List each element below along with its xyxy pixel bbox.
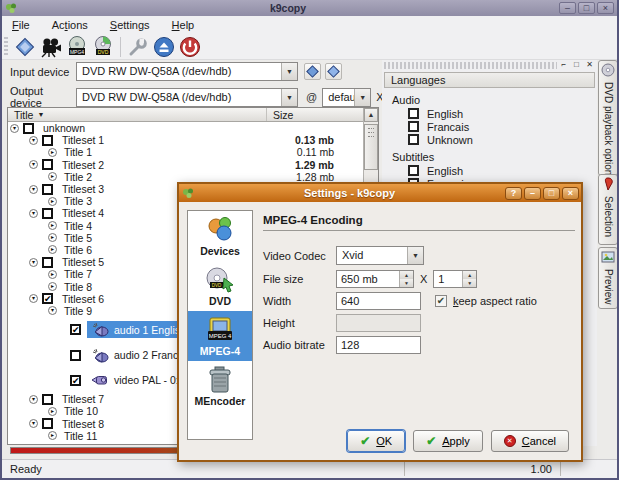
- expand-icon[interactable]: ▸: [48, 245, 57, 254]
- row-checkbox[interactable]: [42, 208, 53, 219]
- menu-help[interactable]: Help: [168, 17, 205, 33]
- spin-up-icon[interactable]: ▲: [400, 271, 413, 279]
- row-checkbox[interactable]: ✔: [70, 324, 81, 335]
- toolbar-handle[interactable]: [4, 37, 8, 57]
- keep-aspect-checkbox[interactable]: ✔: [435, 295, 447, 307]
- chevron-down-icon[interactable]: ▼: [281, 63, 297, 80]
- expand-icon[interactable]: ▸: [48, 270, 57, 279]
- collapse-icon[interactable]: ▾: [29, 258, 38, 267]
- settings-category-devices[interactable]: Devices: [188, 211, 252, 261]
- spin-up-icon[interactable]: ▲: [463, 271, 476, 279]
- collapse-icon[interactable]: ▾: [29, 209, 38, 218]
- language-checkbox[interactable]: [408, 108, 419, 119]
- tab-selection[interactable]: Selection: [598, 174, 618, 245]
- close-icon[interactable]: ×: [597, 2, 614, 14]
- tab-preview[interactable]: Preview: [598, 247, 618, 309]
- language-item[interactable]: English: [408, 165, 595, 176]
- column-size[interactable]: Size: [266, 108, 293, 121]
- copy-icon[interactable]: [12, 35, 38, 59]
- scroll-up-icon[interactable]: ▲: [364, 108, 378, 122]
- input-device-combo[interactable]: DVD RW DW-Q58A (/dev/hdb) ▼: [76, 62, 298, 81]
- eject-icon[interactable]: [151, 35, 177, 59]
- output-device-combo[interactable]: DVD RW DW-Q58A (/dev/hdb) ▼: [76, 88, 298, 107]
- scrollbar-thumb[interactable]: [364, 124, 378, 170]
- video-codec-combo[interactable]: Xvid ▼: [336, 246, 424, 265]
- row-checkbox[interactable]: [23, 123, 34, 134]
- language-checkbox[interactable]: [408, 165, 419, 176]
- help-icon[interactable]: ?: [505, 187, 522, 200]
- language-checkbox[interactable]: [408, 134, 419, 145]
- row-checkbox[interactable]: ✔: [70, 375, 81, 386]
- tab-dvd-playback-options[interactable]: DVD playback options: [598, 60, 618, 176]
- ok-button[interactable]: ✔OK: [347, 430, 405, 452]
- cancel-button[interactable]: ✕Cancel: [491, 430, 569, 452]
- collapse-icon[interactable]: ▾: [29, 160, 38, 169]
- expand-icon[interactable]: ▸: [48, 233, 57, 242]
- minimize-icon[interactable]: –: [524, 187, 541, 200]
- quit-icon[interactable]: [177, 35, 203, 59]
- collapse-icon[interactable]: ▾: [10, 124, 19, 133]
- maximize-icon[interactable]: □: [578, 2, 595, 14]
- expand-icon[interactable]: ▸: [48, 221, 57, 230]
- menu-actions[interactable]: Actions: [48, 17, 98, 33]
- row-checkbox[interactable]: [42, 394, 53, 405]
- language-checkbox[interactable]: [408, 121, 419, 132]
- row-checkbox[interactable]: [42, 257, 53, 268]
- dvd-icon[interactable]: DVD: [90, 35, 116, 59]
- expand-icon[interactable]: ▸: [48, 197, 57, 206]
- column-title[interactable]: Title: [14, 109, 33, 121]
- language-item[interactable]: Unknown: [408, 134, 595, 145]
- close-icon[interactable]: ×: [562, 187, 579, 200]
- expand-icon[interactable]: ▸: [48, 431, 57, 440]
- language-item[interactable]: Francais: [408, 121, 595, 132]
- row-checkbox[interactable]: [42, 159, 53, 170]
- multiplier-spinbox[interactable]: 1 ▲▼: [433, 270, 477, 288]
- wrench-icon[interactable]: [125, 35, 151, 59]
- expand-icon[interactable]: ▸: [48, 407, 57, 416]
- height-field[interactable]: [336, 314, 421, 332]
- file-size-spinbox[interactable]: 650 mb ▲▼: [336, 270, 414, 288]
- dock-float-icon[interactable]: □: [571, 60, 582, 70]
- collapse-icon[interactable]: ▾: [29, 294, 38, 303]
- language-item[interactable]: English: [408, 108, 595, 119]
- row-checkbox[interactable]: [42, 135, 53, 146]
- dock-grip-handle[interactable]: [384, 62, 557, 69]
- minimize-icon[interactable]: –: [559, 2, 576, 14]
- width-field[interactable]: 640: [336, 292, 421, 310]
- collapse-icon[interactable]: ▾: [29, 395, 38, 404]
- chevron-down-icon[interactable]: ▼: [281, 89, 297, 106]
- expand-icon[interactable]: ▸: [48, 282, 57, 291]
- dvd-open-icon[interactable]: [325, 63, 342, 80]
- dialog-titlebar[interactable]: Settings - k9copy ? – □ ×: [179, 184, 581, 202]
- settings-category-mpeg4[interactable]: MPEG 4MPEG-4: [188, 311, 252, 361]
- expand-icon[interactable]: ▸: [48, 172, 57, 181]
- expand-icon[interactable]: ▸: [48, 148, 57, 157]
- collapse-icon[interactable]: ▾: [29, 185, 38, 194]
- chevron-down-icon[interactable]: ▼: [354, 89, 370, 106]
- dock-restore-icon[interactable]: ⌐: [558, 60, 569, 70]
- mpeg4-icon[interactable]: MPG4: [64, 35, 90, 59]
- tree-header[interactable]: Title ▼ Size: [8, 108, 363, 122]
- row-checkbox[interactable]: ✔: [42, 293, 53, 304]
- maximize-icon[interactable]: □: [543, 187, 560, 200]
- window-titlebar[interactable]: k9copy – □ ×: [2, 0, 617, 16]
- movie-camera-icon[interactable]: [38, 35, 64, 59]
- collapse-icon[interactable]: ▾: [29, 136, 38, 145]
- chevron-down-icon[interactable]: ▼: [407, 247, 423, 264]
- spin-down-icon[interactable]: ▼: [463, 279, 476, 287]
- apply-button[interactable]: ✔Apply: [413, 430, 483, 452]
- settings-category-dvd[interactable]: DVDDVD: [188, 261, 252, 311]
- spin-down-icon[interactable]: ▼: [400, 279, 413, 287]
- collapse-icon[interactable]: ▾: [29, 419, 38, 428]
- row-checkbox[interactable]: [70, 350, 81, 361]
- audio-bitrate-field[interactable]: 128: [336, 336, 421, 354]
- dock-close-icon[interactable]: ✕: [584, 60, 595, 70]
- speed-combo[interactable]: default ▼: [322, 88, 371, 107]
- row-checkbox[interactable]: [42, 418, 53, 429]
- menu-settings[interactable]: Settings: [106, 17, 160, 33]
- dvd-copy-icon[interactable]: [304, 63, 321, 80]
- menu-file[interactable]: File: [8, 17, 40, 33]
- settings-category-mencoder[interactable]: MEncoder: [188, 361, 252, 411]
- row-checkbox[interactable]: [42, 184, 53, 195]
- collapse-icon[interactable]: ▾: [48, 306, 57, 315]
